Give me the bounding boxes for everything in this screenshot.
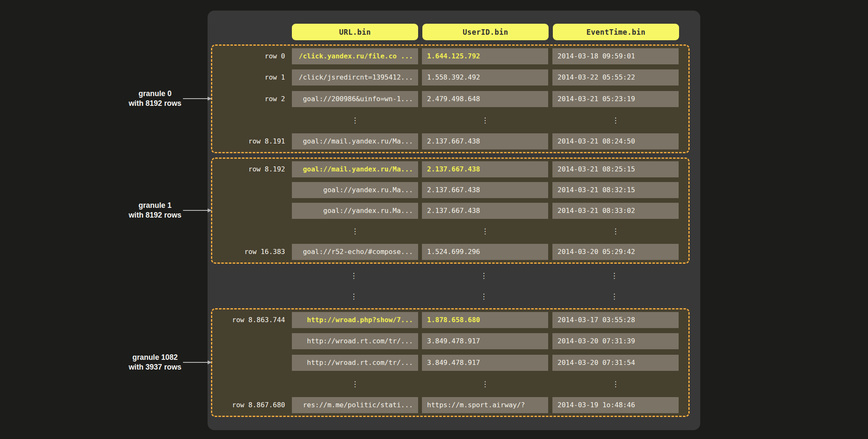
url-cell: /click/jsredircnt=1395412... [292, 69, 418, 86]
row-index-label: row 8.191 [212, 133, 285, 149]
table-row: row 8.867.680res://m.me/politic/stati...… [212, 397, 688, 413]
userid-cell: 2.137.667.438 [422, 161, 548, 177]
ellipsis-row: ⋮⋮⋮ [212, 223, 688, 239]
vertical-ellipsis-icon: ⋮ [292, 376, 418, 392]
url-cell: goal://yandex.ru.Ma... [292, 182, 418, 198]
row-index-label: row 2 [212, 91, 285, 107]
userid-cell: 1.644.125.792 [422, 48, 548, 64]
userid-cell: https://m.sport.airway/? [422, 397, 548, 413]
vertical-ellipsis-icon: ⋮ [292, 223, 418, 239]
vertical-ellipsis-icon: ⋮ [422, 376, 548, 392]
table-row: row 8.191goal://mail.yandex.ru/Ma...2.13… [212, 133, 688, 149]
row-index-label: row 8.863.744 [212, 312, 285, 328]
url-cell: goal://mail.yandex.ru/Ma... [292, 133, 418, 149]
omitted-granules-ellipsis: ⋮⋮⋮⋮⋮⋮ [211, 265, 690, 307]
row-index-label: row 8.192 [212, 161, 285, 177]
vertical-ellipsis-icon: ⋮ [551, 288, 677, 304]
column-header-eventtime-bin: EventTime.bin [553, 24, 679, 40]
url-cell: /click.yandex.ru/file.co ... [292, 48, 418, 64]
userid-cell: 3.849.478.917 [422, 333, 548, 349]
granule-1082-box: row 8.863.744http://wroad.php?show/7...1… [211, 308, 690, 417]
url-cell: goal://mail.yandex.ru/Ma... [292, 161, 418, 177]
row-index-label: row 1 [212, 69, 285, 86]
userid-cell: 1.524.699.296 [422, 244, 548, 260]
table-row: goal://yandex.ru.Ma...2.137.667.4382014-… [212, 203, 688, 219]
table-row: http://wroad.rt.com/tr/...3.849.478.9172… [212, 355, 688, 371]
eventtime-cell: 2014-03-22 05:55:22 [552, 69, 679, 86]
table-row: row 2goal://200986&uinfo=wn-1...2.479.49… [212, 91, 688, 107]
eventtime-cell: 2014-03-17 03:55:28 [552, 312, 679, 328]
url-cell: http://wroad.php?show/7... [292, 312, 418, 328]
row-index-label [212, 203, 285, 219]
row-index-label: row 16.383 [212, 244, 285, 260]
vertical-ellipsis-icon: ⋮ [552, 112, 679, 128]
table-row: http://wroad.rt.com/tr/...3.849.478.9172… [212, 333, 688, 349]
vertical-ellipsis-icon: ⋮ [292, 112, 418, 128]
vertical-ellipsis-icon: ⋮ [422, 223, 548, 239]
vertical-ellipsis-icon: ⋮ [551, 268, 677, 284]
table-row: goal://yandex.ru.Ma...2.137.667.4382014-… [212, 182, 688, 198]
granule-1-box: row 8.192goal://mail.yandex.ru/Ma...2.13… [211, 157, 690, 264]
ellipsis-row: ⋮⋮⋮ [212, 376, 688, 392]
userid-cell: 2.479.498.648 [422, 91, 548, 107]
vertical-ellipsis-icon: ⋮ [291, 268, 417, 284]
eventtime-cell: 2014-03-21 08:32:15 [552, 182, 679, 198]
table-row: row 0/click.yandex.ru/file.co ...1.644.1… [212, 48, 688, 64]
eventtime-cell: 2014-03-21 08:24:50 [552, 133, 679, 149]
ellipsis-row: ⋮⋮⋮ [211, 268, 690, 284]
column-header-userid-bin: UserID.bin [422, 24, 549, 40]
row-index-label: row 8.867.680 [212, 397, 285, 413]
table-row: row 8.863.744http://wroad.php?show/7...1… [212, 312, 688, 328]
row-index-label: row 0 [212, 48, 285, 64]
userid-cell: 3.849.478.917 [422, 355, 548, 371]
url-cell: goal://200986&uinfo=wn-1... [292, 91, 418, 107]
vertical-ellipsis-icon: ⋮ [291, 288, 417, 304]
eventtime-cell: 2014-03-20 05:29:42 [552, 244, 679, 260]
eventtime-cell: 2014-03-20 07:31:54 [552, 355, 679, 371]
column-header-url-bin: URL.bin [292, 24, 418, 40]
data-part-panel: URL.binUserID.binEventTime.bin row 0/cli… [208, 11, 700, 430]
eventtime-cell: 2014-03-21 08:33:02 [552, 203, 679, 219]
url-cell: http://wroad.rt.com/tr/... [292, 333, 418, 349]
table-row: row 16.383goal://r52-echo/#compose...1.5… [212, 244, 688, 260]
row-index-label [212, 333, 285, 349]
table-row: row 8.192goal://mail.yandex.ru/Ma...2.13… [212, 161, 688, 177]
arrow-right-icon [183, 96, 212, 101]
userid-cell: 2.137.667.438 [422, 203, 548, 219]
arrow-right-icon [183, 208, 212, 213]
vertical-ellipsis-icon: ⋮ [421, 268, 547, 284]
ellipsis-row: ⋮⋮⋮ [211, 288, 690, 304]
userid-cell: 2.137.667.438 [422, 182, 548, 198]
eventtime-cell: 2014-03-21 08:25:15 [552, 161, 679, 177]
row-index-label [212, 355, 285, 371]
url-cell: res://m.me/politic/stati... [292, 397, 418, 413]
eventtime-cell: 2014-03-21 05:23:19 [552, 91, 679, 107]
url-cell: http://wroad.rt.com/tr/... [292, 355, 418, 371]
userid-cell: 2.137.667.438 [422, 133, 548, 149]
granule-0-box: row 0/click.yandex.ru/file.co ...1.644.1… [211, 44, 690, 153]
userid-cell: 1.878.658.680 [422, 312, 548, 328]
ellipsis-row: ⋮⋮⋮ [212, 112, 688, 128]
eventtime-cell: 2014-03-18 09:59:01 [552, 48, 679, 64]
table-row: row 1/click/jsredircnt=1395412...1.558.3… [212, 69, 688, 86]
row-index-label [212, 182, 285, 198]
userid-cell: 1.558.392.492 [422, 69, 548, 86]
eventtime-cell: 2014-03-20 07:31:39 [552, 333, 679, 349]
vertical-ellipsis-icon: ⋮ [422, 112, 548, 128]
arrow-right-icon [183, 360, 212, 365]
vertical-ellipsis-icon: ⋮ [421, 288, 547, 304]
vertical-ellipsis-icon: ⋮ [552, 223, 679, 239]
url-cell: goal://r52-echo/#compose... [292, 244, 418, 260]
vertical-ellipsis-icon: ⋮ [552, 376, 679, 392]
url-cell: goal://yandex.ru.Ma... [292, 203, 418, 219]
eventtime-cell: 2014-03-19 1o:48:46 [552, 397, 679, 413]
